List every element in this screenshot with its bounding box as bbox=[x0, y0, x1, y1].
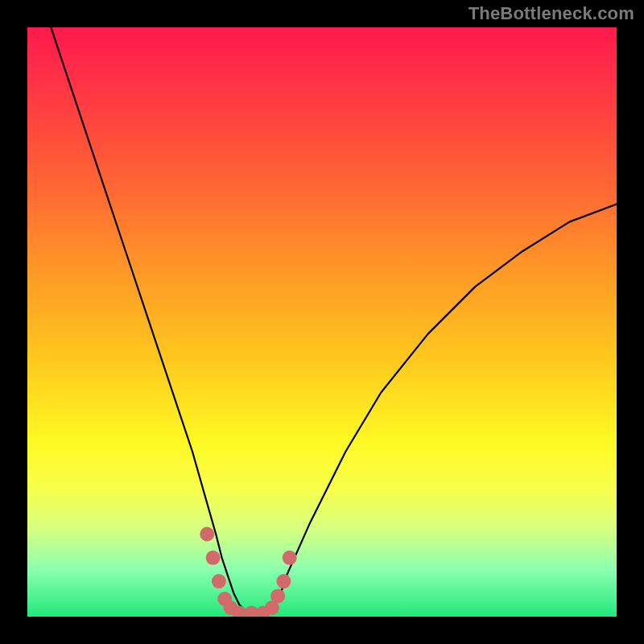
highlight-dot bbox=[270, 588, 285, 603]
highlight-dot bbox=[200, 527, 214, 542]
highlight-dot bbox=[276, 574, 291, 588]
highlight-dot bbox=[283, 551, 297, 565]
highlight-dot bbox=[212, 574, 226, 588]
bottleneck-curve bbox=[51, 27, 617, 613]
plot-area bbox=[27, 27, 617, 617]
highlight-dots bbox=[200, 527, 296, 617]
chart-frame: TheBottleneck.com bbox=[0, 0, 644, 644]
watermark-text: TheBottleneck.com bbox=[469, 3, 634, 24]
curve-layer bbox=[27, 27, 617, 617]
highlight-dot bbox=[206, 551, 221, 565]
